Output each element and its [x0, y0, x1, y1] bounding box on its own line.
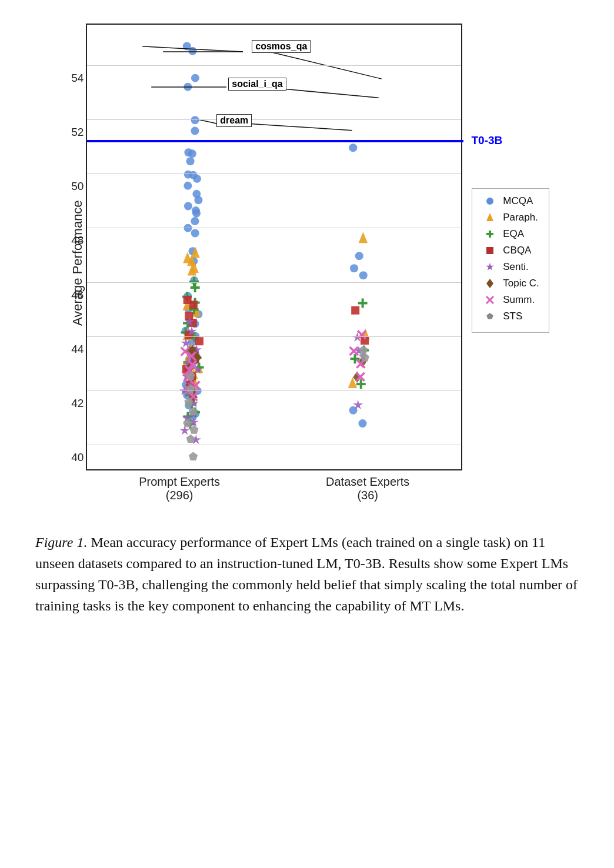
legend: MCQAParaph.EQACBQASenti.Topic C.Summ.STS: [472, 188, 549, 333]
svg-point-157: [359, 271, 368, 279]
svg-marker-187: [359, 345, 368, 353]
caption-text: Mean accuracy performance of Expert LMs …: [35, 535, 578, 613]
legend-label: MCQA: [503, 195, 533, 207]
legend-icon: [482, 195, 498, 208]
svg-marker-160: [359, 232, 368, 243]
svg-rect-168: [351, 358, 360, 360]
svg-point-13: [184, 182, 192, 190]
svg-rect-170: [356, 383, 366, 385]
chart-wrapper: Average Performance 4042444648505254T0-3…: [65, 24, 549, 502]
legend-icon: [482, 244, 498, 257]
x-labels: Prompt Experts (296) Dataset Experts (36…: [86, 475, 462, 502]
svg-point-5: [191, 116, 199, 124]
svg-rect-164: [358, 302, 368, 304]
svg-rect-200: [486, 247, 493, 254]
svg-point-196: [486, 198, 493, 205]
svg-line-194: [198, 119, 216, 123]
y-axis-label: Average Performance: [65, 24, 86, 502]
scatter-plot: [87, 25, 461, 469]
x-label-prompt-experts: Prompt Experts (296): [139, 475, 220, 502]
legend-icon: [482, 211, 498, 224]
legend-item: MCQA: [482, 195, 539, 208]
legend-item: Topic C.: [482, 277, 539, 290]
svg-point-15: [195, 196, 203, 204]
chart-area: Average Performance 4042444648505254T0-3…: [35, 24, 579, 502]
svg-point-21: [191, 229, 199, 238]
caption-label: Figure 1.: [35, 535, 87, 550]
x-label-dataset-experts: Dataset Experts (36): [326, 475, 409, 502]
legend-icon: [482, 228, 498, 241]
svg-point-16: [184, 202, 192, 211]
legend-label: EQA: [503, 228, 524, 240]
svg-point-155: [355, 252, 363, 260]
legend-label: Summ.: [503, 294, 535, 306]
svg-point-2: [189, 47, 197, 55]
legend-item: CBQA: [482, 244, 539, 257]
svg-point-12: [193, 175, 201, 183]
legend-label: Topic C.: [503, 278, 539, 289]
svg-marker-205: [487, 313, 493, 319]
svg-point-156: [350, 264, 358, 272]
svg-point-6: [191, 126, 199, 135]
svg-point-18: [192, 209, 201, 218]
legend-item: Paraph.: [482, 211, 539, 224]
svg-point-154: [349, 143, 358, 152]
legend-item: EQA: [482, 228, 539, 241]
svg-marker-201: [486, 263, 494, 271]
legend-label: Senti.: [503, 261, 528, 273]
svg-marker-152: [186, 435, 195, 443]
svg-rect-199: [486, 233, 493, 235]
legend-icon: [482, 277, 498, 290]
legend-label: STS: [503, 311, 522, 322]
svg-rect-171: [351, 306, 359, 315]
legend-label: Paraph.: [503, 212, 538, 223]
svg-line-195: [246, 123, 352, 131]
legend-icon: [482, 293, 498, 306]
svg-rect-97: [189, 301, 198, 309]
figure-container: Average Performance 4042444648505254T0-3…: [35, 24, 579, 616]
svg-point-9: [186, 157, 195, 165]
legend-label: CBQA: [503, 245, 531, 256]
svg-marker-202: [486, 279, 493, 288]
legend-icon: [482, 261, 498, 273]
svg-point-159: [359, 419, 367, 428]
figure-caption: Figure 1. Mean accuracy performance of E…: [35, 532, 579, 616]
svg-marker-188: [361, 353, 369, 361]
svg-rect-59: [191, 286, 200, 289]
svg-point-8: [188, 149, 196, 158]
legend-item: STS: [482, 310, 539, 323]
svg-marker-153: [189, 452, 198, 460]
svg-rect-101: [195, 337, 203, 345]
legend-item: Summ.: [482, 293, 539, 306]
chart-box: 4042444648505254T0-3Bcosmos_qasocial_i_q…: [86, 24, 462, 470]
svg-point-19: [191, 217, 199, 225]
chart-and-legend: 4042444648505254T0-3Bcosmos_qasocial_i_q…: [86, 24, 549, 470]
legend-item: Senti.: [482, 261, 539, 273]
svg-marker-197: [486, 213, 493, 221]
legend-icon: [482, 310, 498, 323]
svg-point-3: [191, 74, 199, 82]
